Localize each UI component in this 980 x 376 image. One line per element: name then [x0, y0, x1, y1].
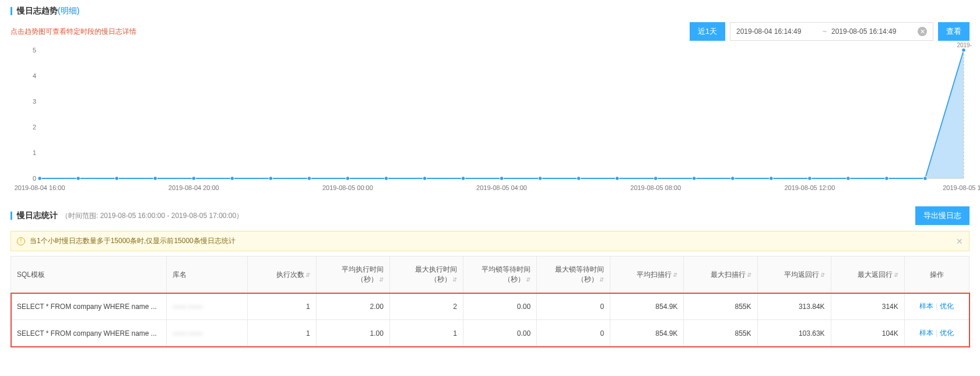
cell-max-exec-time: 2 — [389, 293, 463, 320]
svg-point-21 — [770, 177, 773, 180]
col-db-name[interactable]: 库名 — [167, 256, 248, 293]
cell-max-return-rows: 104K — [831, 320, 904, 347]
sample-link[interactable]: 样本 — [919, 302, 933, 310]
section-bar — [10, 212, 12, 220]
trend-hint: 点击趋势图可查看特定时段的慢日志详情 — [10, 27, 136, 37]
cell-avg-scan-rows: 854.9K — [610, 293, 684, 320]
stats-range: （时间范围: 2019-08-05 16:00:00 - 2019-08-05 … — [61, 211, 243, 221]
sort-icon: ⇵ — [379, 276, 384, 283]
svg-point-18 — [654, 177, 657, 180]
svg-point-13 — [461, 177, 465, 180]
svg-point-11 — [384, 177, 388, 180]
trend-toolbar: 点击趋势图可查看特定时段的慢日志详情 近1天 ~ ✕ 查看 — [10, 22, 970, 41]
col-sql-template[interactable]: SQL模板 — [11, 256, 167, 293]
cell-sql-template[interactable]: SELECT * FROM company WHERE name ... — [11, 320, 167, 347]
svg-point-4 — [115, 177, 118, 180]
x-tick-label: 2019-08-04 16:00 — [15, 184, 65, 191]
cell-ops: 样本|优化 — [904, 320, 969, 347]
sort-icon: ⇵ — [894, 272, 898, 278]
cell-exec-count: 1 — [248, 293, 317, 320]
date-from-input[interactable] — [736, 27, 818, 36]
optimize-link[interactable]: 优化 — [940, 302, 954, 310]
sort-icon: ⇵ — [305, 272, 310, 278]
col-avg-exec-time[interactable]: 平均执行时间（秒）⇵ — [316, 256, 389, 293]
date-to-input[interactable] — [831, 27, 913, 36]
toolbar-right: 近1天 ~ ✕ 查看 — [690, 22, 970, 41]
sort-icon: ⇵ — [673, 272, 677, 278]
alert-close-icon[interactable]: ✕ — [956, 237, 963, 246]
svg-point-3 — [76, 177, 80, 180]
sort-icon: ⇵ — [747, 272, 751, 278]
export-button[interactable]: 导出慢日志 — [915, 206, 970, 225]
col-avg-lock-wait[interactable]: 平均锁等待时间（秒）⇵ — [463, 256, 537, 293]
cell-avg-lock-wait: 0.00 — [463, 320, 537, 347]
cell-max-return-rows: 314K — [831, 293, 904, 320]
svg-point-8 — [269, 177, 272, 180]
section-bar — [10, 7, 12, 15]
col-avg-return-rows[interactable]: 平均返回行⇵ — [757, 256, 831, 293]
cell-avg-return-rows: 103.63K — [757, 320, 831, 347]
col-avg-scan-rows[interactable]: 平均扫描行⇵ — [610, 256, 684, 293]
svg-point-20 — [731, 177, 735, 180]
trend-title: 慢日志趋势 — [17, 6, 58, 16]
stats-table: SQL模板 库名 执行次数⇵ 平均执行时间（秒）⇵ 最大执行时间（秒）⇵ 平均锁… — [10, 256, 970, 347]
date-separator: ~ — [823, 27, 827, 36]
stats-title: 慢日志统计 — [17, 210, 58, 221]
quick-range-button[interactable]: 近1天 — [690, 22, 725, 41]
svg-point-25 — [923, 177, 927, 180]
col-exec-count[interactable]: 执行次数⇵ — [248, 256, 317, 293]
svg-point-6 — [192, 177, 195, 180]
x-tick-label: 2019-08-05 16 — [943, 184, 980, 191]
svg-point-24 — [885, 177, 888, 180]
svg-point-10 — [346, 177, 349, 180]
date-range-picker[interactable]: ~ ✕ — [730, 22, 933, 41]
cell-max-scan-rows: 855K — [684, 320, 757, 347]
sample-link[interactable]: 样本 — [919, 329, 933, 337]
trend-chart[interactable]: 012345 2019- 2019-08-04 16:002019-08-04 … — [10, 44, 970, 196]
y-tick-label: 0 — [33, 175, 36, 182]
svg-point-17 — [615, 177, 619, 180]
cell-db-name: —— —— — [167, 293, 248, 320]
stats-header: 慢日志统计 （时间范围: 2019-08-05 16:00:00 - 2019-… — [10, 206, 970, 225]
table-header-row: SQL模板 库名 执行次数⇵ 平均执行时间（秒）⇵ 最大执行时间（秒）⇵ 平均锁… — [11, 256, 970, 293]
y-tick-label: 4 — [33, 72, 36, 79]
cell-avg-exec-time: 2.00 — [316, 293, 389, 320]
warning-icon: ! — [17, 237, 25, 245]
close-icon[interactable]: ✕ — [918, 27, 927, 36]
x-tick-label: 2019-08-05 08:00 — [630, 184, 681, 191]
svg-point-16 — [577, 177, 580, 180]
x-tick-label: 2019-08-05 04:00 — [476, 184, 527, 191]
svg-point-5 — [153, 177, 157, 180]
svg-point-12 — [423, 177, 426, 180]
col-max-exec-time[interactable]: 最大执行时间（秒）⇵ — [389, 256, 463, 293]
col-max-return-rows[interactable]: 最大返回行⇵ — [831, 256, 904, 293]
sort-icon: ⇵ — [452, 276, 457, 283]
alert-banner: ! 当1个小时慢日志数量多于15000条时,仅显示前15000条慢日志统计 ✕ — [10, 231, 970, 251]
cell-db-name: —— —— — [167, 320, 248, 347]
y-tick-label: 1 — [33, 149, 36, 156]
svg-point-2 — [38, 177, 41, 180]
sort-icon: ⇵ — [820, 272, 825, 278]
cell-avg-exec-time: 1.00 — [316, 320, 389, 347]
svg-point-9 — [307, 177, 311, 180]
chart-tooltip: 2019- — [957, 42, 972, 48]
col-max-scan-rows[interactable]: 最大扫描行⇵ — [684, 256, 757, 293]
optimize-link[interactable]: 优化 — [940, 329, 954, 337]
col-max-lock-wait[interactable]: 最大锁等待时间（秒）⇵ — [537, 256, 610, 293]
x-tick-label: 2019-08-04 20:00 — [168, 184, 219, 191]
trend-header: 慢日志趋势 (明细) — [10, 6, 970, 16]
detail-link[interactable]: (明细) — [58, 6, 79, 16]
cell-avg-scan-rows: 854.9K — [610, 320, 684, 347]
svg-point-19 — [693, 177, 696, 180]
svg-point-22 — [808, 177, 812, 180]
search-button[interactable]: 查看 — [938, 22, 970, 41]
cell-sql-template[interactable]: SELECT * FROM company WHERE name ... — [11, 293, 167, 320]
cell-ops: 样本|优化 — [904, 293, 969, 320]
cell-max-lock-wait: 0 — [537, 293, 610, 320]
table-row: SELECT * FROM company WHERE name ...—— —… — [11, 320, 970, 347]
cell-avg-lock-wait: 0.00 — [463, 293, 537, 320]
cell-max-scan-rows: 855K — [684, 293, 757, 320]
cell-exec-count: 1 — [248, 320, 317, 347]
y-tick-label: 5 — [33, 47, 36, 54]
y-tick-label: 2 — [33, 124, 36, 131]
